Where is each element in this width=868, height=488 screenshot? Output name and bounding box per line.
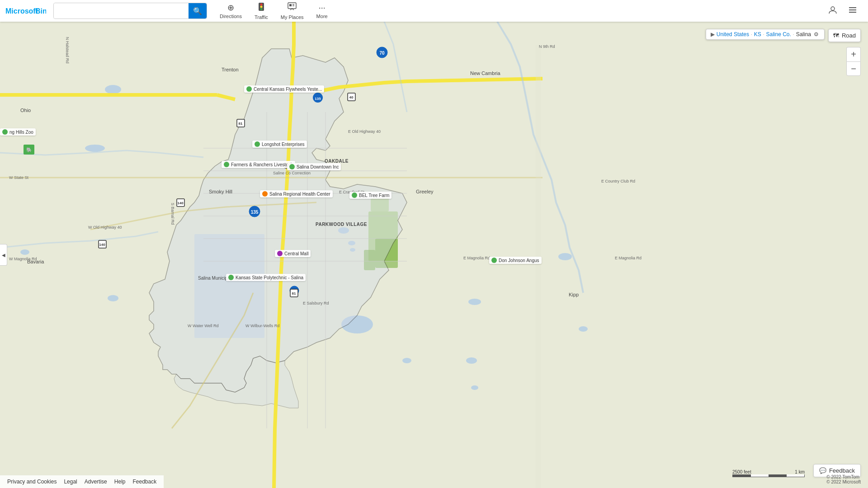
- scale-label-feet: 2500 feet: [732, 469, 751, 474]
- copyright-microsoft: © 2022 Microsoft: [826, 479, 861, 484]
- more-button[interactable]: ··· More: [311, 1, 333, 21]
- footer-help[interactable]: Help: [114, 479, 126, 485]
- footer-privacy[interactable]: Privacy and Cookies: [7, 479, 57, 485]
- svg-text:81: 81: [292, 291, 296, 296]
- scale-segment-1: [733, 474, 751, 477]
- svg-text:🐘: 🐘: [26, 147, 32, 153]
- menu-icon: [848, 5, 857, 17]
- svg-point-10: [831, 7, 835, 10]
- my-places-icon: [288, 2, 297, 14]
- scale-label-km: 1 km: [795, 469, 805, 474]
- map-container[interactable]: 70 135 135 135 40 81 140 140 81 🐘 Trento…: [0, 22, 868, 488]
- svg-text:140: 140: [99, 243, 105, 247]
- search-input[interactable]: Salina, Kansas, United States: [54, 3, 189, 19]
- svg-point-15: [105, 85, 121, 94]
- svg-text:135: 135: [251, 210, 259, 215]
- svg-text:140: 140: [177, 201, 184, 205]
- svg-rect-12: [849, 9, 856, 10]
- svg-point-18: [108, 295, 118, 301]
- zoom-in-button[interactable]: +: [846, 47, 861, 61]
- breadcrumb-ks[interactable]: KS: [754, 31, 761, 38]
- bing-logo[interactable]: Microsoft Bing: [0, 5, 52, 17]
- search-icon: 🔍: [193, 7, 202, 15]
- svg-point-20: [468, 299, 481, 305]
- svg-rect-9: [292, 5, 294, 6]
- svg-point-19: [558, 253, 572, 260]
- svg-rect-8: [292, 4, 294, 5]
- svg-text:Bing: Bing: [35, 7, 46, 15]
- user-button[interactable]: [825, 3, 841, 19]
- scale-segment-3: [769, 474, 787, 477]
- svg-point-17: [20, 249, 29, 255]
- breadcrumb-us[interactable]: United States: [717, 31, 749, 38]
- svg-rect-7: [289, 4, 292, 6]
- traffic-icon: [257, 2, 266, 14]
- breadcrumb-settings-button[interactable]: ⚙: [813, 31, 820, 38]
- footer: Privacy and Cookies Legal Advertise Help…: [0, 475, 164, 488]
- footer-feedback[interactable]: Feedback: [132, 479, 156, 485]
- nav-tools: ⊕ Directions Traffic My Places ··· More: [214, 1, 333, 21]
- svg-text:81: 81: [239, 122, 243, 126]
- header: Microsoft Bing Salina, Kansas, United St…: [0, 0, 868, 22]
- footer-legal[interactable]: Legal: [64, 479, 77, 485]
- menu-button[interactable]: [844, 3, 861, 19]
- user-icon: [828, 5, 838, 17]
- search-box: Salina, Kansas, United States 🔍: [53, 3, 207, 19]
- search-button[interactable]: 🔍: [189, 3, 207, 19]
- breadcrumb-sep2: ·: [763, 32, 764, 37]
- traffic-label: Traffic: [255, 14, 268, 20]
- breadcrumb-saline[interactable]: Saline Co.: [766, 31, 791, 38]
- map-background: 70 135 135 135 40 81 140 140 81 🐘: [0, 22, 868, 488]
- svg-rect-13: [849, 12, 856, 13]
- svg-rect-64: [536, 45, 541, 488]
- svg-text:70: 70: [379, 51, 385, 56]
- breadcrumb-arrow: ▶: [711, 31, 715, 38]
- svg-point-4: [260, 5, 262, 8]
- feedback-label: Feedback: [829, 467, 855, 474]
- footer-advertise[interactable]: Advertise: [85, 479, 107, 485]
- scale-segment-4: [787, 474, 805, 477]
- svg-rect-11: [849, 7, 856, 8]
- scale-segment-2: [751, 474, 769, 477]
- my-places-label: My Places: [281, 14, 304, 20]
- svg-point-26: [466, 357, 477, 364]
- feedback-icon: 💬: [819, 467, 826, 474]
- breadcrumb-bar: ▶ United States · KS · Saline Co. · Sali…: [706, 29, 825, 40]
- header-right: [825, 3, 868, 19]
- map-type-button[interactable]: 🗺 Road: [828, 29, 861, 42]
- copyright: © 2022 TomTom © 2022 Microsoft: [826, 474, 861, 484]
- map-type-label: Road: [842, 32, 856, 39]
- scale-graphic: [732, 474, 805, 477]
- svg-text:135: 135: [315, 97, 321, 101]
- breadcrumb-salina: Salina: [796, 31, 811, 38]
- svg-text:Microsoft: Microsoft: [5, 7, 38, 15]
- sidebar-toggle-button[interactable]: ◀: [0, 244, 7, 266]
- zoom-controls: + −: [846, 47, 861, 76]
- scale-bar: 2500 feet 1 km: [732, 469, 805, 477]
- bing-logo-svg: Microsoft Bing: [5, 5, 46, 17]
- svg-rect-14: [0, 22, 868, 488]
- directions-icon: ⊕: [227, 3, 234, 13]
- svg-point-25: [402, 358, 411, 363]
- my-places-button[interactable]: My Places: [275, 1, 309, 21]
- svg-point-27: [579, 326, 588, 332]
- svg-point-3: [260, 3, 262, 5]
- traffic-button[interactable]: Traffic: [249, 1, 274, 21]
- directions-button[interactable]: ⊕ Directions: [214, 1, 247, 21]
- zoom-out-button[interactable]: −: [846, 61, 861, 76]
- more-label: More: [316, 14, 328, 19]
- copyright-tomtom: © 2022 TomTom: [826, 474, 861, 479]
- directions-label: Directions: [220, 14, 242, 19]
- map-type-icon: 🗺: [833, 32, 839, 39]
- svg-text:40: 40: [349, 95, 354, 99]
- svg-point-16: [85, 145, 105, 152]
- svg-rect-6: [288, 3, 296, 9]
- sidebar-toggle-icon: ◀: [2, 253, 5, 258]
- more-icon: ···: [319, 3, 326, 13]
- scale-labels: 2500 feet 1 km: [732, 469, 805, 474]
- breadcrumb-sep3: ·: [793, 32, 794, 37]
- breadcrumb-sep1: ·: [751, 32, 752, 37]
- svg-point-28: [471, 385, 478, 390]
- svg-point-5: [260, 8, 262, 10]
